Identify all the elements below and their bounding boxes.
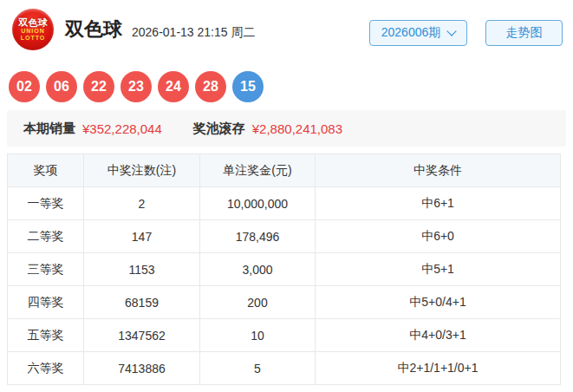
issue-selector-dropdown[interactable]: 2026006期 (369, 20, 467, 46)
table-cell: 四等奖 (8, 286, 84, 319)
union-lotto-logo: 双色球 UNION LOTTO (12, 9, 54, 50)
table-cell: 六等奖 (8, 352, 84, 385)
page-title: 双色球 (65, 16, 122, 42)
table-cell: 68159 (84, 286, 200, 319)
blue-ball: 15 (232, 71, 264, 102)
logo-text-union: UNION (21, 28, 45, 34)
table-cell: 一等奖 (8, 187, 84, 220)
table-row: 三等奖 1153 3,000 中5+1 (8, 253, 561, 286)
draw-datetime: 2026-01-13 21:15 周二 (132, 25, 255, 41)
column-header-amount: 单注奖金(元) (200, 154, 316, 187)
table-cell: 五等奖 (8, 319, 84, 352)
table-cell: 中5+1 (316, 253, 561, 286)
prize-table: 奖项 中奖注数(注) 单注奖金(元) 中奖条件 一等奖 2 10,000,000… (7, 154, 561, 385)
table-cell: 1347562 (84, 319, 200, 352)
table-cell: 5 (200, 352, 316, 385)
red-ball: 23 (120, 71, 152, 102)
table-cell: 3,000 (200, 253, 316, 286)
table-cell: 7413886 (84, 352, 200, 385)
red-ball: 28 (195, 71, 226, 102)
table-cell: 200 (200, 286, 316, 319)
table-cell: 1153 (84, 253, 200, 286)
table-cell: 2 (84, 187, 200, 220)
table-cell: 三等奖 (8, 253, 84, 286)
trend-chart-button[interactable]: 走势图 (485, 20, 563, 46)
red-ball: 22 (83, 71, 114, 102)
table-cell: 178,496 (200, 220, 316, 253)
header-actions: 2026006期 走势图 (369, 20, 563, 46)
table-cell: 147 (84, 220, 200, 253)
column-header-prize: 奖项 (8, 154, 84, 187)
red-ball: 06 (46, 71, 77, 102)
table-cell: 中6+1 (316, 187, 561, 220)
column-header-condition: 中奖条件 (316, 154, 561, 187)
sales-info-bar: 本期销量 ¥352,228,044 奖池滚存 ¥2,880,241,083 (7, 110, 566, 147)
red-ball: 24 (158, 71, 189, 102)
prize-table-header-row: 奖项 中奖注数(注) 单注奖金(元) 中奖条件 (8, 154, 561, 187)
red-ball: 02 (9, 71, 40, 102)
table-row: 二等奖 147 178,496 中6+0 (8, 220, 561, 253)
table-row: 四等奖 68159 200 中5+0/4+1 (8, 286, 561, 319)
table-cell: 中6+0 (316, 220, 561, 253)
page-header: 双色球 UNION LOTTO 双色球 2026-01-13 21:15 周二 … (0, 0, 573, 50)
table-cell: 中5+0/4+1 (316, 286, 561, 319)
logo-text-cn: 双色球 (19, 18, 48, 29)
trend-chart-label: 走势图 (506, 25, 543, 41)
table-cell: 10 (200, 319, 316, 352)
pool-value: ¥2,880,241,083 (252, 121, 342, 136)
sales-label: 本期销量 (23, 121, 75, 137)
table-cell: 二等奖 (8, 220, 84, 253)
table-row: 一等奖 2 10,000,000 中6+1 (8, 187, 561, 220)
table-cell: 中4+0/3+1 (316, 319, 561, 352)
table-row: 六等奖 7413886 5 中2+1/1+1/0+1 (8, 352, 561, 385)
table-cell: 10,000,000 (200, 187, 316, 220)
sales-value: ¥352,228,044 (82, 121, 162, 136)
logo-text-lotto: LOTTO (21, 35, 46, 41)
chevron-down-icon (447, 26, 457, 36)
table-row: 五等奖 1347562 10 中4+0/3+1 (8, 319, 561, 352)
issue-selector-label: 2026006期 (381, 25, 441, 41)
table-cell: 中2+1/1+1/0+1 (316, 352, 561, 385)
winning-numbers: 02 06 22 23 24 28 15 (0, 50, 573, 102)
column-header-winners: 中奖注数(注) (84, 154, 200, 187)
pool-label: 奖池滚存 (193, 121, 245, 137)
